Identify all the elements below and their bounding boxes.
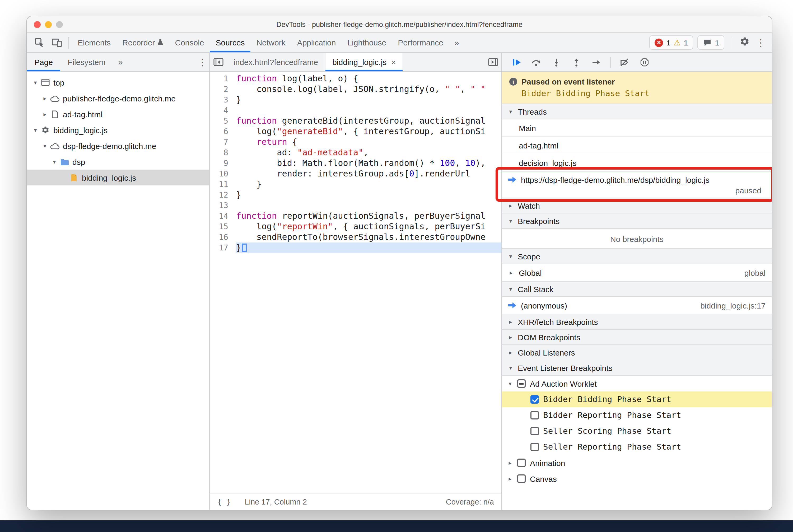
checkbox[interactable] — [530, 395, 539, 404]
tree-item-top[interactable]: ▾top — [27, 75, 209, 90]
section-watch[interactable]: ▸ Watch — [502, 197, 772, 213]
tab-filesystem[interactable]: Filesystem — [60, 53, 113, 71]
disclosure-icon[interactable]: ▸ — [41, 111, 49, 117]
line-number[interactable]: 7 — [210, 137, 236, 147]
checkbox[interactable] — [517, 474, 526, 483]
elb-group-ad-auction-worklet[interactable]: ▾Ad Auction Worklet — [502, 376, 772, 392]
elb-item-seller-scoring-phase-start[interactable]: Seller Scoring Phase Start — [502, 423, 772, 439]
tree-item-bidding-logic-js[interactable]: ▾bidding_logic.js — [27, 122, 209, 138]
tree-item-dsp-fledge-demo-glitch-me[interactable]: ▾dsp-fledge-demo.glitch.me — [27, 138, 209, 154]
step-over-icon[interactable] — [527, 55, 545, 70]
line-number[interactable]: 2 — [210, 84, 236, 95]
thread-item[interactable]: ad-tag.html — [502, 137, 772, 154]
tree-item-ad-tag-html[interactable]: ▸ad-tag.html — [27, 106, 209, 122]
console-status-badges[interactable]: ✕ 1 ⚠ 1 — [649, 35, 693, 50]
elb-group-canvas[interactable]: ▸Canvas — [502, 471, 772, 487]
code-text[interactable]: sendReportTo(browserSignals.interestGrou… — [236, 232, 502, 243]
tab-sources[interactable]: Sources — [210, 33, 251, 52]
file-tab-index[interactable]: index.html?fencedframe — [227, 53, 325, 71]
frame-location[interactable]: bidding_logic.js:17 — [700, 301, 766, 310]
code-text[interactable]: } — [236, 190, 502, 200]
issues-badge[interactable]: 1 — [697, 35, 724, 50]
settings-gear-icon[interactable] — [740, 36, 750, 49]
devtools-menu-icon[interactable]: ⋮ — [754, 37, 768, 48]
checkbox[interactable] — [517, 379, 526, 388]
tab-performance[interactable]: Performance — [392, 33, 449, 52]
section-scope[interactable]: ▾ Scope — [502, 248, 772, 264]
code-text[interactable]: console.log(label, JSON.stringify(o, " "… — [236, 84, 502, 95]
tree-item-dsp[interactable]: ▾dsp — [27, 154, 209, 170]
code-text[interactable] — [236, 200, 502, 211]
section-xhr-breakpoints[interactable]: ▸ XHR/fetch Breakpoints — [502, 314, 772, 330]
step-into-icon[interactable] — [547, 55, 565, 70]
elb-item-bidder-reporting-phase-start[interactable]: Bidder Reporting Phase Start — [502, 407, 772, 423]
line-number[interactable]: 3 — [210, 95, 236, 105]
show-more-editor-icon[interactable] — [485, 54, 502, 70]
disclosure-icon[interactable]: ▸ — [507, 475, 513, 482]
disclosure-icon[interactable]: ▾ — [41, 142, 49, 149]
line-number[interactable]: 16 — [210, 232, 236, 243]
navigator-menu-icon[interactable]: ⋮ — [195, 56, 209, 68]
line-number[interactable]: 6 — [210, 126, 236, 137]
zoom-window-button[interactable] — [56, 21, 63, 28]
checkbox[interactable] — [530, 411, 539, 419]
line-number[interactable]: 5 — [210, 116, 236, 126]
checkbox[interactable] — [530, 427, 539, 435]
disclosure-icon[interactable]: ▾ — [31, 127, 40, 133]
disclosure-icon[interactable]: ▾ — [31, 79, 40, 86]
close-icon[interactable]: × — [391, 58, 396, 66]
disclosure-icon[interactable]: ▾ — [50, 158, 59, 165]
device-toolbar-icon[interactable] — [48, 35, 65, 51]
code-text[interactable]: function reportWin(auctionSignals, perBu… — [236, 211, 502, 221]
close-window-button[interactable] — [34, 21, 41, 28]
code-text[interactable]: render: interestGroup.ads[0].renderUrl — [236, 169, 502, 179]
line-number[interactable]: 4 — [210, 105, 236, 116]
disclosure-icon[interactable]: ▸ — [507, 459, 513, 466]
code-text[interactable]: } — [236, 243, 502, 253]
code-text[interactable]: ad: "ad-metadata", — [236, 147, 502, 158]
code-text[interactable] — [236, 105, 502, 116]
step-out-icon[interactable] — [567, 55, 585, 70]
line-number[interactable]: 12 — [210, 190, 236, 200]
hide-navigator-icon[interactable] — [210, 54, 227, 70]
line-number[interactable]: 13 — [210, 200, 236, 211]
pretty-print-icon[interactable]: { } — [217, 497, 231, 506]
disclosure-icon[interactable]: ▸ — [41, 95, 49, 102]
thread-item-current[interactable]: https://dsp-fledge-demo.glitch.me/dsp/bi… — [502, 172, 772, 198]
code-text[interactable]: log("reportWin", { auctionSignals, perBu… — [236, 221, 502, 232]
section-breakpoints[interactable]: ▾ Breakpoints — [502, 213, 772, 229]
line-number[interactable]: 14 — [210, 211, 236, 221]
more-panels-button[interactable]: » — [449, 38, 465, 47]
code-text[interactable]: } — [236, 95, 502, 105]
tab-console[interactable]: Console — [169, 33, 210, 52]
section-dom-breakpoints[interactable]: ▸ DOM Breakpoints — [502, 329, 772, 345]
code-text[interactable]: return { — [236, 137, 502, 147]
checkbox[interactable] — [530, 443, 539, 451]
elb-group-animation[interactable]: ▸Animation — [502, 455, 772, 471]
call-stack-frame-row[interactable]: (anonymous) bidding_logic.js:17 — [502, 297, 772, 314]
disclosure-icon[interactable]: ▾ — [507, 380, 513, 387]
tab-application[interactable]: Application — [291, 33, 342, 52]
section-event-listener-breakpoints[interactable]: ▾ Event Listener Breakpoints — [502, 360, 772, 376]
code-text[interactable]: log("generateBid", { interestGroup, auct… — [236, 126, 502, 137]
code-text[interactable]: bid: Math.floor(Math.random() * 100, 10)… — [236, 158, 502, 169]
tab-page[interactable]: Page — [27, 53, 60, 71]
inspect-element-icon[interactable] — [31, 35, 48, 51]
checkbox[interactable] — [517, 459, 526, 467]
code-text[interactable]: function log(label, o) { — [236, 73, 502, 84]
deactivate-breakpoints-icon[interactable] — [616, 55, 634, 70]
code-text[interactable]: function generateBid(interestGroup, auct… — [236, 116, 502, 126]
pause-on-exceptions-icon[interactable] — [636, 55, 654, 70]
section-call-stack[interactable]: ▾ Call Stack — [502, 281, 772, 297]
line-number[interactable]: 17 — [210, 243, 236, 253]
tab-lighthouse[interactable]: Lighthouse — [342, 33, 392, 52]
minimize-window-button[interactable] — [45, 21, 52, 28]
line-number[interactable]: 1 — [210, 73, 236, 84]
file-tab-bidding-logic[interactable]: bidding_logic.js × — [325, 53, 403, 71]
thread-item[interactable]: Main — [502, 119, 772, 137]
elb-item-seller-reporting-phase-start[interactable]: Seller Reporting Phase Start — [502, 439, 772, 455]
tree-item-publisher-fledge-demo-glitch-me[interactable]: ▸publisher-fledge-demo.glitch.me — [27, 90, 209, 106]
resume-script-icon[interactable] — [507, 55, 525, 70]
tab-network[interactable]: Network — [251, 33, 291, 52]
more-navigator-tabs-button[interactable]: » — [113, 57, 128, 67]
